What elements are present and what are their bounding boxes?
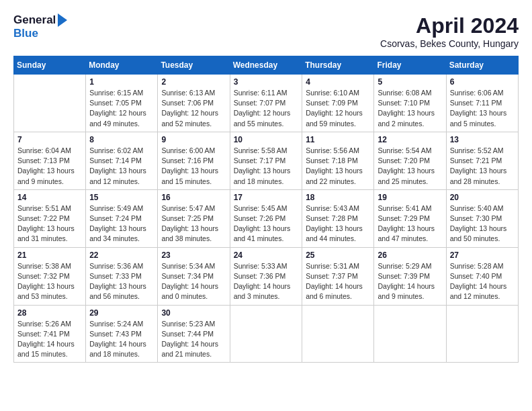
calendar-cell: 30Sunrise: 5:23 AMSunset: 7:44 PMDayligh… [158,305,230,363]
calendar-cell: 1Sunrise: 6:15 AMSunset: 7:05 PMDaylight… [86,75,158,132]
calendar-cell: 27Sunrise: 5:28 AMSunset: 7:40 PMDayligh… [446,247,518,305]
day-number: 8 [89,135,154,144]
day-info: Sunrise: 5:31 AMSunset: 7:37 PMDaylight:… [306,261,370,302]
day-info: Sunrise: 5:40 AMSunset: 7:30 PMDaylight:… [450,203,515,244]
weekday-header-thursday: Thursday [302,56,374,75]
header: General Blue April 2024 Csorvas, Bekes C… [13,13,519,49]
day-info: Sunrise: 5:36 AMSunset: 7:33 PMDaylight:… [89,261,154,302]
day-number: 22 [89,250,154,260]
calendar-cell: 11Sunrise: 5:56 AMSunset: 7:18 PMDayligh… [302,132,374,189]
weekday-header-row: SundayMondayTuesdayWednesdayThursdayFrid… [14,56,519,75]
day-info: Sunrise: 5:38 AMSunset: 7:32 PMDaylight:… [17,261,82,302]
calendar-cell [302,305,374,363]
day-info: Sunrise: 5:58 AMSunset: 7:17 PMDaylight:… [234,146,299,187]
logo: General Blue [13,13,67,40]
weekday-header-friday: Friday [374,56,446,75]
day-info: Sunrise: 6:15 AMSunset: 7:05 PMDaylight:… [89,88,154,129]
day-number: 3 [234,77,299,87]
location-title: Csorvas, Bekes County, Hungary [380,38,519,49]
calendar-cell: 13Sunrise: 5:52 AMSunset: 7:21 PMDayligh… [446,132,518,189]
day-number: 23 [161,250,226,260]
calendar-cell: 21Sunrise: 5:38 AMSunset: 7:32 PMDayligh… [14,247,86,305]
calendar-cell: 19Sunrise: 5:41 AMSunset: 7:29 PMDayligh… [374,189,446,247]
day-number: 25 [306,250,370,260]
weekday-header-tuesday: Tuesday [158,56,230,75]
calendar-cell: 2Sunrise: 6:13 AMSunset: 7:06 PMDaylight… [158,75,230,132]
day-number: 14 [17,193,82,202]
day-number: 16 [161,193,226,202]
day-number: 13 [450,135,515,144]
day-info: Sunrise: 5:41 AMSunset: 7:29 PMDaylight:… [378,203,442,244]
calendar-cell: 8Sunrise: 6:02 AMSunset: 7:14 PMDaylight… [86,132,158,189]
calendar-cell [374,305,446,363]
day-info: Sunrise: 6:10 AMSunset: 7:09 PMDaylight:… [306,88,370,129]
day-number: 1 [89,77,154,87]
calendar-cell: 15Sunrise: 5:49 AMSunset: 7:24 PMDayligh… [86,189,158,247]
month-title: April 2024 [380,13,519,38]
calendar-cell: 17Sunrise: 5:45 AMSunset: 7:26 PMDayligh… [230,189,302,247]
day-info: Sunrise: 5:43 AMSunset: 7:28 PMDaylight:… [306,203,370,244]
calendar-cell: 26Sunrise: 5:29 AMSunset: 7:39 PMDayligh… [374,247,446,305]
day-number: 9 [161,135,226,144]
day-number: 4 [306,77,370,87]
calendar-cell: 18Sunrise: 5:43 AMSunset: 7:28 PMDayligh… [302,189,374,247]
day-info: Sunrise: 5:33 AMSunset: 7:36 PMDaylight:… [234,261,299,302]
day-info: Sunrise: 6:02 AMSunset: 7:14 PMDaylight:… [89,146,154,187]
logo-general-text: General [13,13,56,27]
weekday-header-monday: Monday [86,56,158,75]
weekday-header-sunday: Sunday [14,56,86,75]
day-info: Sunrise: 5:52 AMSunset: 7:21 PMDaylight:… [450,146,515,187]
day-info: Sunrise: 5:49 AMSunset: 7:24 PMDaylight:… [89,203,154,244]
logo-blue-text: Blue [13,27,38,40]
day-info: Sunrise: 5:54 AMSunset: 7:20 PMDaylight:… [378,146,442,187]
day-info: Sunrise: 5:51 AMSunset: 7:22 PMDaylight:… [17,203,82,244]
day-number: 2 [161,77,226,87]
day-info: Sunrise: 6:08 AMSunset: 7:10 PMDaylight:… [378,88,442,129]
calendar-cell: 3Sunrise: 6:11 AMSunset: 7:07 PMDaylight… [230,75,302,132]
calendar-cell: 7Sunrise: 6:04 AMSunset: 7:13 PMDaylight… [14,132,86,189]
day-info: Sunrise: 5:45 AMSunset: 7:26 PMDaylight:… [234,203,299,244]
calendar-week-row: 1Sunrise: 6:15 AMSunset: 7:05 PMDaylight… [14,75,519,132]
day-number: 30 [161,308,226,318]
calendar-table: SundayMondayTuesdayWednesdayThursdayFrid… [13,56,519,363]
calendar-cell: 9Sunrise: 6:00 AMSunset: 7:16 PMDaylight… [158,132,230,189]
day-number: 15 [89,193,154,202]
day-number: 19 [378,193,442,202]
day-number: 12 [378,135,442,144]
day-number: 21 [17,250,82,260]
weekday-header-saturday: Saturday [446,56,518,75]
day-info: Sunrise: 5:28 AMSunset: 7:40 PMDaylight:… [450,261,515,302]
day-number: 11 [306,135,370,144]
day-info: Sunrise: 5:26 AMSunset: 7:41 PMDaylight:… [17,319,82,360]
day-number: 28 [17,308,82,318]
day-number: 18 [306,193,370,202]
calendar-cell [14,75,86,132]
day-info: Sunrise: 5:34 AMSunset: 7:34 PMDaylight:… [161,261,226,302]
logo-arrow-icon [58,13,67,27]
day-number: 10 [234,135,299,144]
calendar-cell [446,305,518,363]
day-info: Sunrise: 5:56 AMSunset: 7:18 PMDaylight:… [306,146,370,187]
calendar-cell: 16Sunrise: 5:47 AMSunset: 7:25 PMDayligh… [158,189,230,247]
day-info: Sunrise: 6:00 AMSunset: 7:16 PMDaylight:… [161,146,226,187]
day-info: Sunrise: 5:24 AMSunset: 7:43 PMDaylight:… [89,319,154,360]
day-info: Sunrise: 5:47 AMSunset: 7:25 PMDaylight:… [161,203,226,244]
day-number: 26 [378,250,442,260]
day-info: Sunrise: 6:13 AMSunset: 7:06 PMDaylight:… [161,88,226,129]
calendar-cell: 29Sunrise: 5:24 AMSunset: 7:43 PMDayligh… [86,305,158,363]
day-number: 27 [450,250,515,260]
day-number: 20 [450,193,515,202]
calendar-cell: 14Sunrise: 5:51 AMSunset: 7:22 PMDayligh… [14,189,86,247]
day-number: 5 [378,77,442,87]
calendar-cell: 6Sunrise: 6:06 AMSunset: 7:11 PMDaylight… [446,75,518,132]
day-number: 29 [89,308,154,318]
day-number: 17 [234,193,299,202]
day-number: 7 [17,135,82,144]
calendar-cell: 25Sunrise: 5:31 AMSunset: 7:37 PMDayligh… [302,247,374,305]
calendar-cell: 28Sunrise: 5:26 AMSunset: 7:41 PMDayligh… [14,305,86,363]
title-area: April 2024 Csorvas, Bekes County, Hungar… [380,13,519,49]
calendar-cell: 10Sunrise: 5:58 AMSunset: 7:17 PMDayligh… [230,132,302,189]
day-number: 24 [234,250,299,260]
calendar-cell: 23Sunrise: 5:34 AMSunset: 7:34 PMDayligh… [158,247,230,305]
day-info: Sunrise: 5:29 AMSunset: 7:39 PMDaylight:… [378,261,442,302]
